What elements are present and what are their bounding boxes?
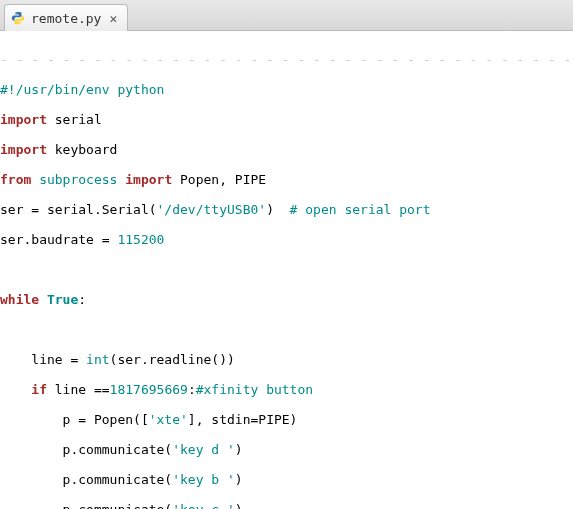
number-literal: 1817695669 (110, 382, 188, 397)
code-text: ) (235, 502, 243, 509)
string-literal: 'key d ' (172, 442, 235, 457)
comment: # open serial port (290, 202, 431, 217)
kw-import: import (0, 112, 47, 127)
code-text: p.communicate( (0, 442, 172, 457)
mod-keyboard: keyboard (55, 142, 118, 157)
builtin-int: int (86, 352, 109, 367)
kw-while: while (0, 292, 39, 307)
import-names: Popen, PIPE (180, 172, 266, 187)
code-text: p.communicate( (0, 472, 172, 487)
python-file-icon (11, 11, 25, 25)
code-text: : (188, 382, 196, 397)
kw-true: True (47, 292, 78, 307)
number-literal: 115200 (117, 232, 164, 247)
kw-import: import (125, 172, 172, 187)
file-tab-remote-py[interactable]: remote.py ✕ (4, 4, 128, 31)
shebang-line: #!/usr/bin/env python (0, 82, 164, 97)
comment: #xfinity button (196, 382, 313, 397)
code-text: ) (266, 202, 289, 217)
tab-label: remote.py (31, 11, 101, 26)
string-literal: '/dev/ttyUSB0' (157, 202, 267, 217)
code-text: ], stdin=PIPE) (188, 412, 298, 427)
code-text: ser = serial.Serial( (0, 202, 157, 217)
kw-if: if (31, 382, 47, 397)
string-literal: 'key c ' (172, 502, 235, 509)
kw-import: import (0, 142, 47, 157)
close-icon[interactable]: ✕ (107, 11, 119, 26)
tab-bar: remote.py ✕ (0, 0, 573, 31)
code-text: line == (47, 382, 110, 397)
code-editor[interactable]: - - - - - - - - - - - - - - - - - - - - … (0, 31, 573, 509)
mod-serial: serial (55, 112, 102, 127)
code-text: (ser.readline()) (110, 352, 235, 367)
code-text: ) (235, 472, 243, 487)
code-text: ) (235, 442, 243, 457)
string-literal: 'xte' (149, 412, 188, 427)
code-text: : (78, 292, 86, 307)
string-literal: 'key b ' (172, 472, 235, 487)
mod-subprocess: subprocess (39, 172, 117, 187)
editor-ruler: - - - - - - - - - - - - - - - - - - - - … (0, 52, 573, 67)
code-text: p.communicate( (0, 502, 172, 509)
code-text: p = Popen([ (0, 412, 149, 427)
code-text: ser.baudrate = (0, 232, 117, 247)
kw-from: from (0, 172, 31, 187)
code-text: line = (0, 352, 86, 367)
